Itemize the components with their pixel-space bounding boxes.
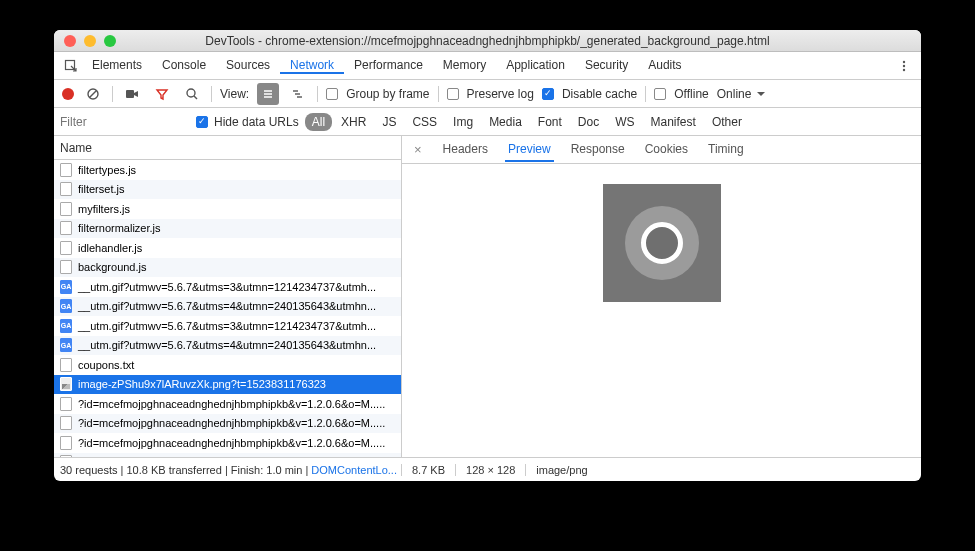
filter-type-media[interactable]: Media: [482, 113, 529, 131]
filter-type-img[interactable]: Img: [446, 113, 480, 131]
offline-checkbox[interactable]: [654, 88, 666, 100]
separator: [438, 86, 439, 102]
filter-type-all[interactable]: All: [305, 113, 332, 131]
file-icon: [60, 416, 72, 430]
tab-memory[interactable]: Memory: [433, 58, 496, 72]
request-row[interactable]: filternormalizer.js: [54, 219, 401, 239]
separator: [317, 86, 318, 102]
filter-type-other[interactable]: Other: [705, 113, 749, 131]
separator: [645, 86, 646, 102]
filter-type-xhr[interactable]: XHR: [334, 113, 373, 131]
request-name: coupons.txt: [78, 359, 134, 371]
window-title: DevTools - chrome-extension://mcefmojpgh…: [54, 34, 921, 48]
request-name: filterset.js: [78, 183, 124, 195]
request-name: filternormalizer.js: [78, 222, 161, 234]
request-row[interactable]: ?id=mcefmojpghnaceadnghednjhbmphipkb&v=1…: [54, 414, 401, 434]
camera-icon[interactable]: [121, 83, 143, 105]
record-button[interactable]: [62, 88, 74, 100]
hide-data-urls-checkbox[interactable]: [196, 116, 208, 128]
filter-input[interactable]: [60, 115, 190, 129]
file-icon: [60, 397, 72, 411]
throttling-select[interactable]: Online: [717, 87, 766, 101]
filter-type-doc[interactable]: Doc: [571, 113, 606, 131]
group-by-frame-checkbox[interactable]: [326, 88, 338, 100]
large-rows-icon[interactable]: [257, 83, 279, 105]
request-name: __utm.gif?utmwv=5.6.7&utms=4&utmn=240135…: [78, 339, 376, 351]
preview-pane: [402, 164, 921, 457]
file-icon: [60, 182, 72, 196]
request-name: __utm.gif?utmwv=5.6.7&utms=4&utmn=240135…: [78, 300, 376, 312]
request-row[interactable]: __utm.gif?utmwv=5.6.7&utms=3&utmn=121423…: [54, 316, 401, 336]
detail-tab-response[interactable]: Response: [568, 137, 628, 162]
svg-line-8: [194, 96, 197, 99]
offline-label: Offline: [674, 87, 708, 101]
zoom-window-button[interactable]: [104, 35, 116, 47]
tab-elements[interactable]: Elements: [82, 58, 152, 72]
detail-panel: × HeadersPreviewResponseCookiesTiming: [402, 136, 921, 457]
filter-type-css[interactable]: CSS: [405, 113, 444, 131]
request-name: background.js: [78, 261, 147, 273]
analytics-icon: [60, 280, 72, 294]
svg-line-5: [90, 90, 97, 97]
request-row[interactable]: __utm.gif?utmwv=5.6.7&utms=3&utmn=121423…: [54, 277, 401, 297]
traffic-lights: [54, 35, 116, 47]
detail-tab-cookies[interactable]: Cookies: [642, 137, 691, 162]
request-name: ?id=mcefmojpghnaceadnghednjhbmphipkb&v=1…: [78, 437, 385, 449]
file-icon: [60, 241, 72, 255]
file-icon: [60, 163, 72, 177]
detail-tab-preview[interactable]: Preview: [505, 137, 554, 162]
detail-tab-headers[interactable]: Headers: [440, 137, 491, 162]
request-row[interactable]: filtertypes.js: [54, 160, 401, 180]
request-row[interactable]: background.js: [54, 258, 401, 278]
name-column-header[interactable]: Name: [54, 136, 401, 160]
detail-tab-timing[interactable]: Timing: [705, 137, 747, 162]
separator: [211, 86, 212, 102]
filter-type-manifest[interactable]: Manifest: [644, 113, 703, 131]
filter-type-ws[interactable]: WS: [608, 113, 641, 131]
image-preview: [603, 184, 721, 302]
tab-application[interactable]: Application: [496, 58, 575, 72]
minimize-window-button[interactable]: [84, 35, 96, 47]
filter-icon[interactable]: [151, 83, 173, 105]
request-row[interactable]: filterset.js: [54, 180, 401, 200]
request-row[interactable]: __utm.gif?utmwv=5.6.7&utms=4&utmn=240135…: [54, 297, 401, 317]
request-row[interactable]: __utm.gif?utmwv=5.6.7&utms=4&utmn=240135…: [54, 336, 401, 356]
devtools-window: DevTools - chrome-extension://mcefmojpgh…: [54, 30, 921, 481]
close-detail-icon[interactable]: ×: [410, 142, 426, 157]
tab-security[interactable]: Security: [575, 58, 638, 72]
close-window-button[interactable]: [64, 35, 76, 47]
analytics-icon: [60, 338, 72, 352]
request-row[interactable]: ?id=mcefmojpghnaceadnghednjhbmphipkb&v=1…: [54, 394, 401, 414]
status-dimensions: 128 × 128: [456, 464, 526, 476]
tab-network[interactable]: Network: [280, 58, 344, 74]
tab-performance[interactable]: Performance: [344, 58, 433, 72]
preserve-log-label: Preserve log: [467, 87, 534, 101]
tab-console[interactable]: Console: [152, 58, 216, 72]
tab-sources[interactable]: Sources: [216, 58, 280, 72]
request-name: __utm.gif?utmwv=5.6.7&utms=3&utmn=121423…: [78, 281, 376, 293]
search-icon[interactable]: [181, 83, 203, 105]
request-name: __utm.gif?utmwv=5.6.7&utms=3&utmn=121423…: [78, 320, 376, 332]
request-row[interactable]: image-zPShu9x7lARuvzXk.png?t=15238311763…: [54, 375, 401, 395]
request-row[interactable]: myfilters.js: [54, 199, 401, 219]
inspect-icon[interactable]: [60, 55, 82, 77]
filter-type-font[interactable]: Font: [531, 113, 569, 131]
detail-tabs: × HeadersPreviewResponseCookiesTiming: [402, 136, 921, 164]
clear-icon[interactable]: [82, 83, 104, 105]
status-size: 8.7 KB: [402, 464, 456, 476]
more-icon[interactable]: [893, 55, 915, 77]
preserve-log-checkbox[interactable]: [447, 88, 459, 100]
request-name: idlehandler.js: [78, 242, 142, 254]
tab-audits[interactable]: Audits: [638, 58, 691, 72]
svg-point-1: [903, 60, 905, 62]
waterfall-icon[interactable]: [287, 83, 309, 105]
file-icon: [60, 260, 72, 274]
svg-point-3: [903, 68, 905, 70]
analytics-icon: [60, 299, 72, 313]
filter-type-js[interactable]: JS: [375, 113, 403, 131]
disable-cache-checkbox[interactable]: [542, 88, 554, 100]
status-detail: 8.7 KB 128 × 128 image/png: [402, 464, 598, 476]
request-row[interactable]: coupons.txt: [54, 355, 401, 375]
request-row[interactable]: ?id=mcefmojpghnaceadnghednjhbmphipkb&v=1…: [54, 433, 401, 453]
request-row[interactable]: idlehandler.js: [54, 238, 401, 258]
